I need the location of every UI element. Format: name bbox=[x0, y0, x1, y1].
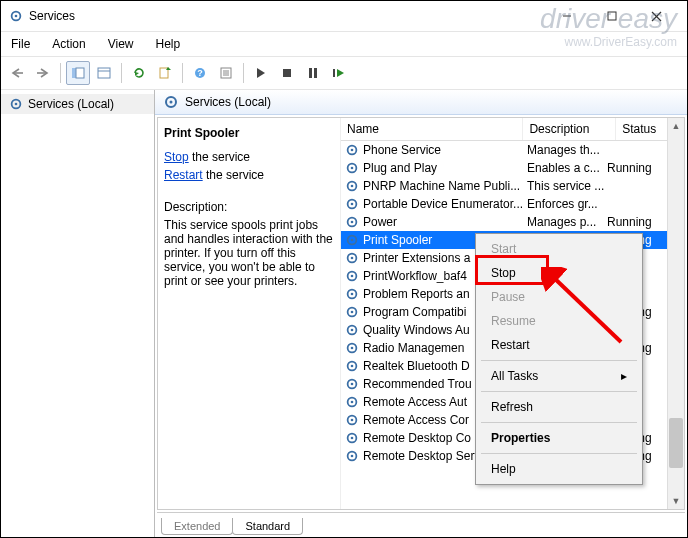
scroll-up-icon[interactable]: ▲ bbox=[668, 118, 684, 134]
maximize-button[interactable] bbox=[589, 1, 634, 31]
properties-button[interactable] bbox=[214, 61, 238, 85]
ctx-restart[interactable]: Restart bbox=[479, 333, 639, 357]
scroll-down-icon[interactable]: ▼ bbox=[668, 493, 684, 509]
menu-file[interactable]: File bbox=[7, 35, 34, 53]
gear-icon bbox=[345, 197, 359, 211]
gear-icon bbox=[9, 9, 23, 23]
service-row[interactable]: Plug and PlayEnables a c...Running bbox=[341, 159, 684, 177]
svg-point-54 bbox=[351, 401, 354, 404]
svg-rect-7 bbox=[76, 68, 84, 78]
menu-view[interactable]: View bbox=[104, 35, 138, 53]
svg-point-28 bbox=[351, 167, 354, 170]
svg-point-46 bbox=[351, 329, 354, 332]
gear-icon bbox=[345, 161, 359, 175]
pause-service-button[interactable] bbox=[301, 61, 325, 85]
ctx-stop[interactable]: Stop bbox=[479, 261, 639, 285]
minimize-button[interactable] bbox=[544, 1, 589, 31]
restart-link-line: Restart the service bbox=[164, 168, 334, 182]
svg-rect-19 bbox=[314, 68, 317, 78]
svg-point-40 bbox=[351, 275, 354, 278]
help-button[interactable]: ? bbox=[188, 61, 212, 85]
service-name: Plug and Play bbox=[363, 161, 527, 175]
tab-extended[interactable]: Extended bbox=[161, 518, 233, 535]
svg-point-42 bbox=[351, 293, 354, 296]
svg-point-30 bbox=[351, 185, 354, 188]
tree-item-services-local[interactable]: Services (Local) bbox=[1, 94, 154, 114]
menu-action[interactable]: Action bbox=[48, 35, 89, 53]
toolbar: ? bbox=[1, 56, 687, 90]
service-desc: Manages th... bbox=[527, 143, 607, 157]
gear-icon bbox=[345, 359, 359, 373]
ctx-resume: Resume bbox=[479, 309, 639, 333]
export-list-button[interactable] bbox=[92, 61, 116, 85]
gear-icon bbox=[9, 97, 23, 111]
scroll-thumb[interactable] bbox=[669, 418, 683, 468]
svg-point-32 bbox=[351, 203, 354, 206]
ctx-refresh[interactable]: Refresh bbox=[479, 395, 639, 419]
gear-icon bbox=[345, 269, 359, 283]
ctx-properties[interactable]: Properties bbox=[479, 426, 639, 450]
service-name: Power bbox=[363, 215, 527, 229]
menu-help[interactable]: Help bbox=[152, 35, 185, 53]
service-status: Running bbox=[607, 161, 662, 175]
detail-pane: Print Spooler Stop the service Restart t… bbox=[158, 118, 340, 509]
svg-text:?: ? bbox=[197, 68, 203, 78]
view-tabs: Extended Standard bbox=[157, 512, 685, 535]
refresh-button[interactable] bbox=[127, 61, 151, 85]
service-name: Phone Service bbox=[363, 143, 527, 157]
service-status: Running bbox=[607, 215, 662, 229]
svg-point-48 bbox=[351, 347, 354, 350]
service-name: PNRP Machine Name Publi... bbox=[363, 179, 527, 193]
service-row[interactable]: Phone ServiceManages th... bbox=[341, 141, 684, 159]
menubar: File Action View Help bbox=[1, 32, 687, 56]
gear-icon bbox=[345, 215, 359, 229]
svg-point-26 bbox=[351, 149, 354, 152]
gear-icon bbox=[163, 94, 179, 110]
gear-icon bbox=[345, 341, 359, 355]
stop-service-link[interactable]: Stop bbox=[164, 150, 189, 164]
restart-service-link[interactable]: Restart bbox=[164, 168, 203, 182]
col-description[interactable]: Description bbox=[523, 118, 616, 140]
svg-point-50 bbox=[351, 365, 354, 368]
close-button[interactable] bbox=[634, 1, 679, 31]
gear-icon bbox=[345, 449, 359, 463]
svg-point-36 bbox=[351, 239, 354, 242]
svg-point-22 bbox=[15, 103, 18, 106]
service-desc: Enforces gr... bbox=[527, 197, 607, 211]
start-service-button[interactable] bbox=[249, 61, 273, 85]
stop-service-button[interactable] bbox=[275, 61, 299, 85]
svg-rect-18 bbox=[309, 68, 312, 78]
gear-icon bbox=[345, 413, 359, 427]
service-desc: This service ... bbox=[527, 179, 607, 193]
service-row[interactable]: Portable Device Enumerator...Enforces gr… bbox=[341, 195, 684, 213]
export-button[interactable] bbox=[153, 61, 177, 85]
ctx-help[interactable]: Help bbox=[479, 457, 639, 481]
col-name[interactable]: Name bbox=[341, 118, 523, 140]
svg-rect-8 bbox=[98, 68, 110, 78]
ctx-all-tasks[interactable]: All Tasks▸ bbox=[479, 364, 639, 388]
svg-point-58 bbox=[351, 437, 354, 440]
tree-pane: Services (Local) bbox=[1, 90, 155, 537]
svg-rect-3 bbox=[608, 12, 616, 20]
tab-standard[interactable]: Standard bbox=[232, 518, 303, 535]
svg-point-56 bbox=[351, 419, 354, 422]
svg-point-1 bbox=[15, 15, 18, 18]
context-menu: Start Stop Pause Resume Restart All Task… bbox=[475, 233, 643, 485]
stop-link-line: Stop the service bbox=[164, 150, 334, 164]
svg-rect-20 bbox=[333, 69, 335, 77]
restart-service-button[interactable] bbox=[327, 61, 351, 85]
nav-forward-button[interactable] bbox=[31, 61, 55, 85]
service-row[interactable]: PNRP Machine Name Publi...This service .… bbox=[341, 177, 684, 195]
scrollbar[interactable]: ▲ ▼ bbox=[667, 118, 684, 509]
chevron-right-icon: ▸ bbox=[621, 369, 627, 383]
gear-icon bbox=[345, 251, 359, 265]
gear-icon bbox=[345, 323, 359, 337]
gear-icon bbox=[345, 179, 359, 193]
service-row[interactable]: PowerManages p...Running bbox=[341, 213, 684, 231]
show-hide-tree-button[interactable] bbox=[66, 61, 90, 85]
svg-rect-17 bbox=[283, 69, 291, 77]
nav-back-button[interactable] bbox=[5, 61, 29, 85]
svg-point-44 bbox=[351, 311, 354, 314]
gear-icon bbox=[345, 395, 359, 409]
services-window: Services File Action View Help ? Se bbox=[0, 0, 688, 538]
